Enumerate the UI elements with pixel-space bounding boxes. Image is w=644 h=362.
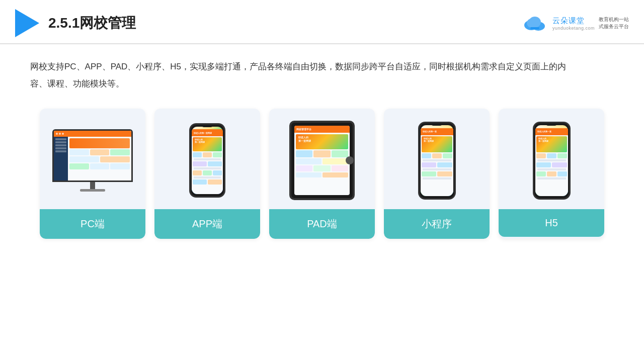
pc-card: PC端: [40, 109, 145, 239]
pad-screen: 网校管理平台 职进人的第一堂网课: [294, 126, 350, 195]
svg-rect-4: [530, 27, 539, 29]
pad-card: 网校管理平台 职进人的第一堂网课: [269, 109, 375, 239]
phone-notch-h5: [545, 123, 557, 126]
header-left: 2.5.1网校管理: [15, 9, 136, 37]
miniapp-image-area: 职进人的第一堂 职进人的第一堂网课: [384, 109, 490, 209]
phone-screen-miniapp: 职进人的第一堂 职进人的第一堂网课: [421, 125, 453, 196]
miniapp-card: 职进人的第一堂 职进人的第一堂网课: [384, 109, 490, 239]
header: 2.5.1网校管理 云朵课堂 yunduoketang.com 教育机构一站 式…: [0, 0, 644, 44]
page-title: 2.5.1网校管理: [48, 14, 136, 33]
h5-label: H5: [499, 209, 604, 237]
logo-triangle-icon: [15, 9, 39, 37]
app-image-area: 职进人的第一堂网课 职进人的第一堂网课: [154, 109, 260, 209]
brand-name: 云朵课堂: [552, 16, 585, 26]
h5-image-area: 职进人的第一堂 职进人的第一堂网课: [499, 109, 604, 209]
pad-label: PAD端: [269, 209, 375, 239]
cloud-logo: 云朵课堂 yunduoketang.com 教育机构一站 式服务云平台: [521, 14, 629, 32]
phone-mockup-miniapp: 职进人的第一堂 职进人的第一堂网课: [418, 122, 456, 200]
miniapp-label: 小程序: [384, 209, 490, 239]
phone-screen-app: 职进人的第一堂网课 职进人的第一堂网课: [192, 127, 223, 194]
pc-screen: [54, 131, 131, 180]
main-content: 网校支持PC、APP、PAD、小程序、H5，实现多端打通，产品各终端自由切换，数…: [0, 44, 644, 249]
pc-label: PC端: [40, 209, 145, 239]
pad-image-area: 网校管理平台 职进人的第一堂网课: [269, 109, 375, 209]
brand-text: 云朵课堂 yunduoketang.com: [552, 16, 595, 31]
brand-slogan: 教育机构一站 式服务云平台: [599, 16, 629, 30]
cloud-icon: [521, 14, 548, 32]
svg-point-3: [527, 19, 536, 28]
header-right: 云朵课堂 yunduoketang.com 教育机构一站 式服务云平台: [521, 14, 629, 32]
device-cards-row: PC端 职进人的第一堂网课 职进人的第一堂网课: [30, 109, 614, 239]
phone-mockup-app: 职进人的第一堂网课 职进人的第一堂网课: [189, 123, 225, 198]
brand-domain: yunduoketang.com: [552, 26, 595, 31]
pc-mockup: [52, 129, 133, 192]
pad-mockup: 网校管理平台 职进人的第一堂网课: [289, 121, 355, 200]
description-text: 网校支持PC、APP、PAD、小程序、H5，实现多端打通，产品各终端自由切换，数…: [30, 58, 574, 93]
pc-monitor: [52, 129, 133, 182]
phone-mockup-h5: 职进人的第一堂 职进人的第一堂网课: [533, 122, 571, 200]
phone-notch: [201, 125, 213, 127]
phone-notch-mini: [431, 123, 443, 126]
phone-screen-h5: 职进人的第一堂 职进人的第一堂网课: [535, 125, 568, 196]
h5-card: 职进人的第一堂 职进人的第一堂网课: [499, 109, 604, 239]
app-label: APP端: [154, 209, 260, 239]
app-card: 职进人的第一堂网课 职进人的第一堂网课: [154, 109, 260, 239]
pc-image-area: [40, 109, 145, 209]
